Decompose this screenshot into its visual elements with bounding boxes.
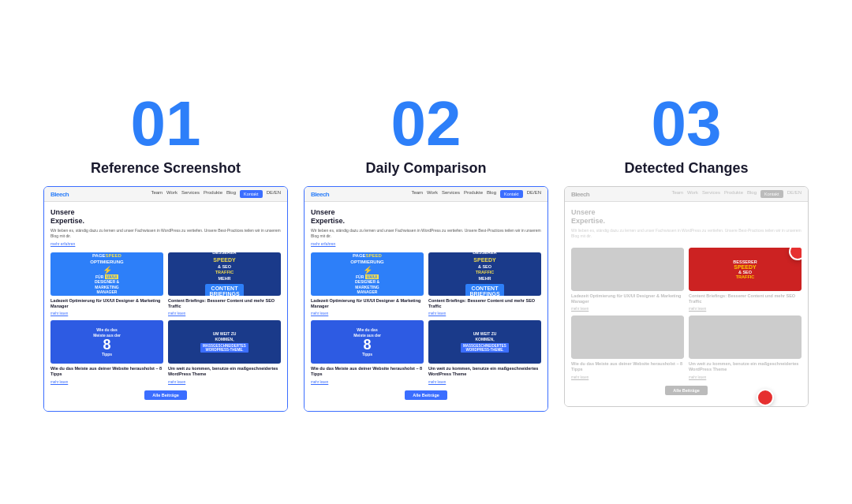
browser-nav-links-01: Team Work Services Produkte Blog Kontakt…: [151, 190, 281, 198]
card-image-03-3: [571, 315, 684, 359]
card-image-03-4: [689, 315, 802, 359]
browser-frame-03: Bleech Team Work Services Produkte Blog …: [564, 186, 809, 406]
footer-btn-container-02: Alle Beiträge: [311, 390, 541, 405]
card-02-4: Um weit zukommen, MAßGESCHNEIDERTESWORDP…: [428, 320, 541, 383]
browser-frame-02: Bleech Team Work Services Produkte Blog …: [304, 186, 548, 411]
card-link-02-3: mehr lesen: [311, 380, 424, 384]
footer-btn-01[interactable]: Alle Beiträge: [144, 390, 187, 400]
browser-wrapper-03: Bleech Team Work Services Produkte Blog …: [564, 186, 809, 406]
hero-heading-02: UnsereExpertise.: [311, 208, 541, 226]
card-image-01-2: BessererSPEEDY& SEOTRAFFICmehr CONTENTBR…: [168, 252, 281, 296]
number-01: 01: [131, 92, 201, 155]
card-03-4: Um weit zu kommen, benutze ein maßgeschn…: [689, 315, 802, 379]
card-image-03-1: [571, 248, 684, 291]
change-indicator-dot-footer: [757, 389, 774, 406]
card-03-1: Ladezeit Optimierung für UX/UI Designer …: [571, 248, 684, 311]
card-link-03-1: mehr lesen: [571, 307, 684, 311]
browser-wrapper-02: Bleech Team Work Services Produkte Blog …: [304, 186, 548, 411]
browser-nav-links-03: Team Work Services Produkte Blog Kontakt…: [671, 190, 802, 198]
browser-bar-01: Bleech Team Work Services Produkte Blog …: [44, 187, 287, 202]
card-title-01-2: Content Briefings: Besserer Content und …: [168, 298, 281, 309]
column-daily: 02 Daily Comparison Bleech Team Work Ser…: [304, 92, 548, 411]
column-detected: 03 Detected Changes Bleech Team Work Ser…: [564, 92, 809, 406]
card-title-02-1: Ladezeit Optimierung für UX/UI Designer …: [311, 298, 424, 309]
hero-heading-01: UnsereExpertise.: [50, 208, 281, 226]
browser-nav-03: Bleech Team Work Services Produkte Blog …: [571, 190, 802, 198]
browser-bar-02: Bleech Team Work Services Produkte Blog …: [305, 187, 547, 202]
card-link-01-2: mehr lesen: [168, 312, 281, 315]
card-title-03-3: Wie du das Meiste aus deiner Website her…: [571, 361, 684, 372]
browser-frame-01: Bleech Team Work Services Produkte Blog …: [43, 186, 288, 411]
browser-content-03: UnsereExpertise. Wir lieben es, ständig …: [565, 202, 808, 405]
number-02: 02: [391, 92, 462, 155]
card-link-02-4: mehr lesen: [428, 380, 541, 384]
card-02-2: BessererSPEEDY& SEOTRAFFICmehr CONTENTBR…: [428, 252, 541, 315]
footer-btn-03: Alle Beiträge: [665, 386, 708, 395]
card-link-01-1: mehr lesen: [50, 312, 163, 315]
title-03: Detected Changes: [624, 160, 748, 177]
browser-content-01: UnsereExpertise. Wir lieben es, ständig …: [44, 202, 287, 410]
card-image-02-2: BessererSPEEDY& SEOTRAFFICmehr CONTENTBR…: [428, 252, 541, 296]
hero-link-01: mehr erfahren: [50, 241, 281, 246]
footer-btn-container-03: Alle Beiträge: [571, 386, 802, 400]
browser-content-02: UnsereExpertise. Wir lieben es, ständig …: [305, 202, 547, 410]
hero-03: UnsereExpertise. Wir lieben es, ständig …: [571, 208, 802, 241]
hero-body-01: Wir lieben es, ständig dazu zu lernen un…: [50, 228, 281, 239]
footer-btn-container-01: Alle Beiträge: [50, 390, 281, 405]
card-image-01-1: PAGESPEEDOPTIMIERUNG ⚡ FÜR UX/UIDESIGNER…: [50, 252, 163, 296]
card-link-02-1: mehr lesen: [311, 312, 424, 315]
title-01: Reference Screenshot: [91, 160, 241, 177]
browser-wrapper-01: Bleech Team Work Services Produkte Blog …: [43, 186, 288, 411]
browser-logo-03: Bleech: [571, 191, 589, 198]
card-02-1: PAGESPEEDOPTIMIERUNG ⚡ FÜR UX/UIDESIGNER…: [311, 252, 424, 315]
card-03-3: Wie du das Meiste aus deiner Website her…: [571, 315, 684, 379]
footer-btn-02[interactable]: Alle Beiträge: [405, 390, 447, 400]
card-image-03-2: BessererSPEEDY& SEOTRAFFIC: [689, 248, 802, 291]
card-01-4: Um weit zukommen, MAßGESCHNEIDERTESWORDP…: [168, 320, 281, 383]
hero-link-02: mehr erfahren: [311, 241, 541, 246]
cards-grid-02: PAGESPEEDOPTIMIERUNG ⚡ FÜR UX/UIDESIGNER…: [311, 252, 541, 384]
card-title-01-1: Ladezeit Optimierung für UX/UI Designer …: [50, 298, 163, 309]
main-container: 01 Reference Screenshot Bleech Team Work…: [0, 77, 852, 427]
card-title-02-3: Wie du das Meiste aus deiner Website her…: [311, 366, 424, 377]
card-01-2: BessererSPEEDY& SEOTRAFFICmehr CONTENTBR…: [168, 252, 281, 315]
card-link-03-3: mehr lesen: [571, 375, 684, 379]
column-reference: 01 Reference Screenshot Bleech Team Work…: [43, 92, 288, 411]
browser-logo-02: Bleech: [311, 191, 329, 198]
card-title-02-2: Content Briefings: Besserer Content und …: [428, 298, 541, 309]
cards-grid-03: Ladezeit Optimierung für UX/UI Designer …: [571, 248, 802, 379]
card-link-03-2: mehr lesen: [689, 307, 802, 311]
card-03-2: BessererSPEEDY& SEOTRAFFIC Content Brief…: [689, 248, 802, 311]
cards-grid-01: PAGESPEEDOPTIMIERUNG ⚡ FÜR UX/UIDESIGNER…: [50, 252, 281, 384]
card-link-03-4: mehr lesen: [689, 375, 802, 379]
card-image-02-4: Um weit zukommen, MAßGESCHNEIDERTESWORDP…: [428, 320, 541, 364]
browser-bar-03: Bleech Team Work Services Produkte Blog …: [565, 187, 808, 202]
card-link-01-3: mehr lesen: [50, 380, 163, 384]
card-title-02-4: Um weit zu kommen, benutze ein maßgeschn…: [428, 366, 541, 377]
card-link-02-2: mehr lesen: [428, 312, 541, 315]
card-01-1: PAGESPEEDOPTIMIERUNG ⚡ FÜR UX/UIDESIGNER…: [50, 252, 163, 315]
card-image-01-3: Wie du dasMeiste aus der 8 Tipps: [50, 320, 163, 364]
card-title-03-4: Um weit zu kommen, benutze ein maßgeschn…: [689, 361, 802, 372]
card-title-01-4: Um weit zu kommen, benutze ein maßgeschn…: [168, 366, 281, 377]
browser-nav-02: Bleech Team Work Services Produkte Blog …: [311, 190, 541, 198]
hero-body-03: Wir lieben es, ständig dazu zu lernen un…: [571, 228, 802, 239]
browser-nav-01: Bleech Team Work Services Produkte Blog …: [50, 190, 281, 198]
card-image-01-4: Um weit zukommen, MAßGESCHNEIDERTESWORDP…: [168, 320, 281, 364]
number-03: 03: [652, 92, 722, 155]
hero-body-02: Wir lieben es, ständig dazu zu lernen un…: [311, 228, 541, 239]
card-link-01-4: mehr lesen: [168, 380, 281, 384]
card-title-01-3: Wie du das Meiste aus deiner Website her…: [50, 366, 163, 377]
card-image-02-3: Wie du dasMeiste aus der 8 Tipps: [311, 320, 424, 364]
card-title-03-1: Ladezeit Optimierung für UX/UI Designer …: [571, 293, 684, 304]
hero-02: UnsereExpertise. Wir lieben es, ständig …: [311, 208, 541, 246]
title-02: Daily Comparison: [365, 160, 486, 177]
card-01-3: Wie du dasMeiste aus der 8 Tipps Wie du …: [50, 320, 163, 383]
hero-01: UnsereExpertise. Wir lieben es, ständig …: [50, 208, 281, 246]
card-02-3: Wie du dasMeiste aus der 8 Tipps Wie du …: [311, 320, 424, 383]
card-title-03-2: Content Briefings: Besserer Content und …: [689, 293, 802, 304]
browser-logo-01: Bleech: [50, 191, 69, 198]
browser-nav-links-02: Team Work Services Produkte Blog Kontakt…: [411, 190, 541, 198]
card-image-02-1: PAGESPEEDOPTIMIERUNG ⚡ FÜR UX/UIDESIGNER…: [311, 252, 424, 296]
hero-heading-03: UnsereExpertise.: [571, 208, 802, 226]
